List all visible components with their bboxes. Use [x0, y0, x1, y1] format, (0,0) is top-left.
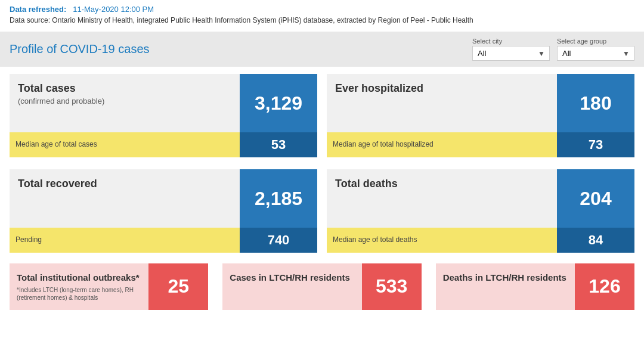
deaths-label: Total deaths [335, 178, 549, 191]
hospitalized-bottom-value: 73 [557, 132, 634, 157]
ltch-cases-value: 533 [362, 263, 422, 310]
refresh-date: 11-May-2020 12:00 PM [73, 5, 154, 14]
institutional-outbreaks-note: *Includes LTCH (long-term care homes), R… [17, 286, 141, 302]
card-top: Total cases (confirmed and probable) 3,1… [10, 74, 317, 132]
refresh-label: Data refreshed: [10, 5, 66, 14]
deaths-bottom-label: Median age of total deaths [327, 228, 557, 253]
age-dropdown-group: Select age group All ▼ [557, 38, 634, 61]
city-dropdown-label: Select city [472, 38, 550, 45]
recovered-card: Total recovered 2,185 Pending 740 [10, 169, 317, 253]
card-top: Ever hospitalized 180 [327, 74, 634, 132]
cards-bottom-row: Total recovered 2,185 Pending 740 Total … [0, 162, 644, 253]
hospitalized-card: Ever hospitalized 180 Median age of tota… [327, 74, 634, 157]
total-cases-bottom-label: Median age of total cases [10, 132, 240, 157]
source-line: Data source: Ontario Ministry of Health,… [10, 16, 634, 24]
card-label-area: Total cases (confirmed and probable) [10, 74, 240, 132]
city-dropdown-group: Select city All ▼ [472, 38, 550, 61]
ltch-deaths-label: Deaths in LTCH/RH residents [443, 272, 568, 284]
institutional-outbreaks-value: 25 [148, 263, 208, 310]
recovered-bottom-value: 740 [240, 228, 317, 253]
city-dropdown[interactable]: All [472, 46, 550, 61]
deaths-card: Total deaths 204 Median age of total dea… [327, 169, 634, 253]
total-cases-label: Total cases [18, 82, 231, 95]
total-cases-value: 3,129 [240, 74, 317, 132]
card-bottom: Pending 740 [10, 228, 317, 253]
dropdowns: Select city All ▼ Select age group All ▼ [472, 38, 634, 61]
hospitalized-value: 180 [557, 74, 634, 132]
deaths-bottom-value: 84 [557, 228, 634, 253]
card-label-area: Ever hospitalized [327, 74, 557, 132]
card-top: Total deaths 204 [327, 169, 634, 228]
total-cases-bottom-value: 53 [240, 132, 317, 157]
profile-title: Profile of COVID-19 cases [10, 42, 150, 56]
ltch-deaths-label-area: Deaths in LTCH/RH residents [436, 263, 575, 310]
profile-header: Profile of COVID-19 cases Select city Al… [0, 32, 644, 67]
ltch-deaths-card: Deaths in LTCH/RH residents 126 [436, 263, 634, 310]
recovered-bottom-label: Pending [10, 228, 240, 253]
city-dropdown-wrapper: All ▼ [472, 46, 550, 61]
cards-top-row: Total cases (confirmed and probable) 3,1… [0, 67, 644, 157]
card-top: Total recovered 2,185 [10, 169, 317, 228]
age-dropdown-wrapper: All ▼ [557, 46, 634, 61]
institutional-outbreaks-label-area: Total institutional outbreaks* *Includes… [10, 263, 148, 310]
card-bottom: Median age of total hospitalized 73 [327, 132, 634, 157]
institutional-outbreaks-label: Total institutional outbreaks* [17, 272, 141, 284]
card-bottom: Median age of total cases 53 [10, 132, 317, 157]
refresh-line: Data refreshed: 11-May-2020 12:00 PM [10, 5, 634, 14]
recovered-value: 2,185 [240, 169, 317, 228]
bottom-stats: Total institutional outbreaks* *Includes… [0, 255, 644, 319]
recovered-label: Total recovered [18, 178, 231, 191]
card-bottom: Median age of total deaths 84 [327, 228, 634, 253]
ltch-cases-label: Cases in LTCH/RH residents [230, 272, 354, 284]
ltch-cases-label-area: Cases in LTCH/RH residents [222, 263, 361, 310]
top-bar: Data refreshed: 11-May-2020 12:00 PM Dat… [0, 0, 644, 67]
ltch-deaths-value: 126 [575, 263, 634, 310]
card-label-area: Total deaths [327, 169, 557, 228]
ltch-cases-card: Cases in LTCH/RH residents 533 [222, 263, 421, 310]
hospitalized-bottom-label: Median age of total hospitalized [327, 132, 557, 157]
age-dropdown[interactable]: All [557, 46, 634, 61]
card-label-area: Total recovered [10, 169, 240, 228]
deaths-value: 204 [557, 169, 634, 228]
age-dropdown-label: Select age group [557, 38, 634, 45]
hospitalized-label: Ever hospitalized [335, 82, 549, 95]
total-cases-card: Total cases (confirmed and probable) 3,1… [10, 74, 317, 157]
total-cases-sub-label: (confirmed and probable) [18, 97, 231, 105]
institutional-outbreaks-card: Total institutional outbreaks* *Includes… [10, 263, 208, 310]
